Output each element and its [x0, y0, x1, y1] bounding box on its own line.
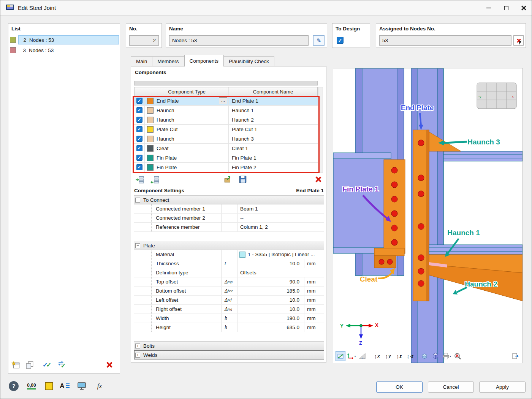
settings-row-thickness[interactable]: Thickness t 10.0 mm: [134, 259, 324, 268]
fonts-button[interactable]: A: [57, 380, 72, 392]
coordinate-system-button[interactable]: ▾: [347, 351, 356, 361]
row-checkbox[interactable]: [136, 164, 142, 170]
settings-row-connected-member-1[interactable]: Connected member 1 Beam 1: [134, 204, 324, 214]
setting-value[interactable]: 635.0: [238, 323, 304, 332]
setting-value[interactable]: --: [238, 214, 324, 222]
colors-button[interactable]: [43, 380, 55, 392]
maximize-button[interactable]: [497, 0, 515, 16]
header-component-name[interactable]: Component Name: [229, 87, 317, 96]
component-row-fin-plate-2[interactable]: Fin Plate Fin Plate 2: [134, 163, 318, 172]
setting-value[interactable]: 10.0: [238, 305, 304, 314]
settings-row-top-offset[interactable]: Top offset Δtop 90.0 mm: [134, 277, 324, 287]
component-row-plate-cut-1[interactable]: Plate Cut Plate Cut 1: [134, 125, 318, 134]
delete-joint-button[interactable]: [104, 359, 114, 370]
rename-button[interactable]: ✎: [313, 35, 325, 46]
tab-components[interactable]: Components: [184, 55, 224, 66]
settings-row-material[interactable]: Material 1 - S355 | Isotropic | Linear .…: [134, 250, 324, 259]
assigned-nodes-input[interactable]: 53: [379, 35, 511, 46]
settings-row-bottom-offset[interactable]: Bottom offset Δbot 185.0 mm: [134, 287, 324, 296]
no-input[interactable]: 2: [129, 35, 159, 46]
component-row-haunch-3[interactable]: Haunch Haunch 3: [134, 134, 318, 144]
name-input[interactable]: Nodes : 53: [169, 35, 309, 46]
section-to-connect[interactable]: − To Connect: [134, 195, 324, 204]
ok-button[interactable]: OK: [376, 382, 423, 393]
tab-members[interactable]: Members: [152, 56, 184, 66]
apply-button[interactable]: Apply: [479, 382, 526, 393]
minimize-button[interactable]: [480, 0, 497, 16]
new-joint-button[interactable]: ★: [11, 359, 21, 370]
row-checkbox[interactable]: [136, 126, 142, 132]
model-viewport[interactable]: -y x Y X Z: [333, 68, 523, 363]
view-minus-z-button[interactable]: ↕ -z: [405, 351, 415, 361]
print-button[interactable]: ▾: [442, 351, 451, 361]
component-row-haunch-1[interactable]: Haunch Haunch 1: [134, 106, 318, 115]
setting-value[interactable]: 10.0: [238, 259, 304, 268]
setting-value[interactable]: Beam 1: [238, 204, 324, 213]
check-all-button[interactable]: ✓ ✓: [42, 359, 52, 370]
section-plate[interactable]: − Plate: [134, 241, 324, 250]
component-row-haunch-2[interactable]: Haunch Haunch 2: [134, 115, 318, 125]
row-checkbox[interactable]: [136, 117, 142, 123]
settings-row-reference-member[interactable]: Reference member Column 1, 2: [134, 223, 324, 232]
help-button[interactable]: ?: [8, 380, 19, 392]
row-options-button[interactable]: ...: [219, 97, 227, 104]
row-checkbox[interactable]: [136, 98, 142, 104]
collapse-icon[interactable]: −: [135, 198, 140, 203]
setting-value[interactable]: Column 1, 2: [238, 223, 324, 231]
collapse-icon[interactable]: −: [135, 243, 140, 248]
settings-row-right-offset[interactable]: Right offset Δrig 10.0 mm: [134, 305, 324, 314]
components-hscrollbar[interactable]: [134, 81, 318, 86]
settings-row-height[interactable]: Height h 635.0 mm: [134, 323, 324, 332]
visibility-button[interactable]: [420, 351, 429, 361]
row-checkbox[interactable]: [136, 155, 142, 161]
formula-button[interactable]: fx: [93, 380, 106, 392]
select-nodes-button[interactable]: [513, 35, 524, 46]
components-vscrollbar[interactable]: [318, 87, 323, 173]
setting-value[interactable]: Offsets: [238, 268, 324, 277]
measure-button[interactable]: [358, 351, 367, 361]
expand-icon[interactable]: +: [135, 344, 140, 348]
view-z-button[interactable]: ↕ z: [394, 351, 404, 361]
isometric-view-button[interactable]: [431, 351, 440, 361]
setting-value[interactable]: 190.0: [238, 314, 304, 323]
insert-component-button[interactable]: [135, 174, 145, 184]
setting-value[interactable]: 90.0: [238, 277, 304, 286]
setting-value[interactable]: 10.0: [238, 296, 304, 304]
reorder-component-button[interactable]: [150, 174, 160, 184]
cancel-button[interactable]: Cancel: [428, 382, 474, 393]
navigation-widget[interactable]: -y x: [477, 83, 516, 109]
decimal-places-button[interactable]: 0,00: [24, 380, 39, 392]
list-item-joint-3[interactable]: 3 Nodes : 53: [9, 45, 119, 55]
save-component-button[interactable]: [238, 174, 248, 184]
header-component-type[interactable]: Component Type: [145, 87, 229, 96]
row-checkbox[interactable]: [136, 145, 142, 151]
settings-row-definition-type[interactable]: Definition type Offsets: [134, 268, 324, 277]
invert-check-button[interactable]: ✓: [57, 359, 68, 370]
close-button[interactable]: [515, 0, 532, 16]
settings-row-width[interactable]: Width b 190.0 mm: [134, 314, 324, 323]
display-settings-button[interactable]: [75, 380, 89, 392]
list-item-joint-2[interactable]: 2 Nodes : 53: [9, 35, 119, 45]
cancel-zoom-button[interactable]: [453, 351, 462, 361]
tab-main[interactable]: Main: [131, 56, 152, 66]
copy-joint-button[interactable]: [24, 359, 35, 370]
fit-view-button[interactable]: [336, 351, 345, 361]
settings-row-left-offset[interactable]: Left offset Δlef 10.0 mm: [134, 296, 324, 305]
delete-components-button[interactable]: [313, 174, 323, 184]
section-welds[interactable]: + Welds: [134, 350, 324, 359]
expand-icon[interactable]: +: [135, 353, 140, 358]
to-design-checkbox[interactable]: [337, 37, 344, 44]
section-bolts[interactable]: + Bolts: [134, 341, 324, 350]
tab-plausibility-check[interactable]: Plausibility Check: [224, 56, 274, 66]
settings-row-connected-member-2[interactable]: Connected member 2 --: [134, 214, 324, 223]
setting-value[interactable]: 185.0: [238, 287, 304, 295]
row-checkbox[interactable]: [136, 136, 142, 142]
view-x-button[interactable]: ↕ x: [372, 351, 382, 361]
view-y-button[interactable]: ↕ y: [383, 351, 393, 361]
component-row-cleat-1[interactable]: Cleat Cleat 1: [134, 144, 318, 153]
import-component-button[interactable]: [223, 174, 233, 184]
component-row-fin-plate-1[interactable]: Fin Plate Fin Plate 1: [134, 153, 318, 163]
component-row-end-plate-1[interactable]: End Plate ... End Plate 1: [134, 96, 318, 106]
row-checkbox[interactable]: [136, 107, 142, 113]
detach-view-button[interactable]: [510, 351, 520, 361]
